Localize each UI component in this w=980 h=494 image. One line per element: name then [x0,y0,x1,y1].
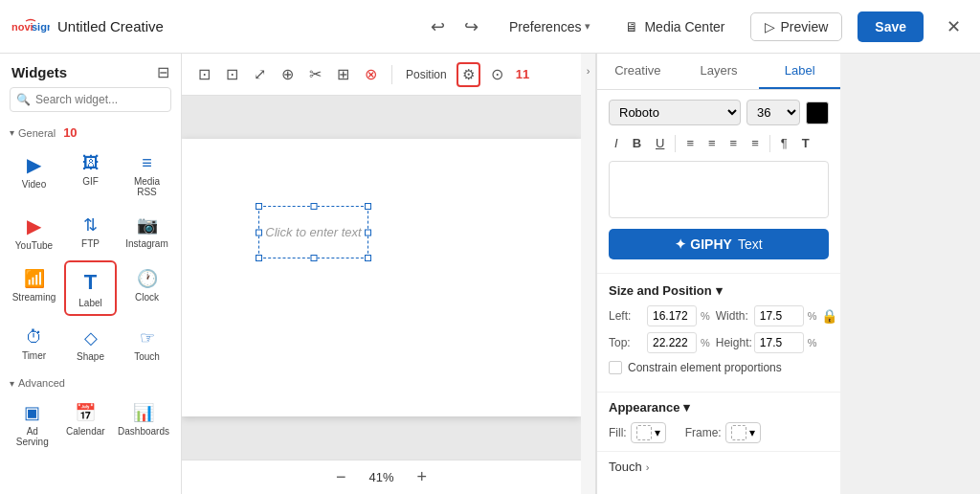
widget-timer[interactable]: ⏱ Timer [8,320,60,368]
right-panel: Creative Layers Label Roboto 36 [596,54,840,494]
tab-label[interactable]: Label [759,54,840,89]
widget-clock[interactable]: 🕐 Clock [121,260,173,316]
preferences-button[interactable]: Preferences ▾ [500,13,600,40]
text-style-button[interactable]: T [796,133,815,153]
align-center-text-button[interactable]: ≡ [702,133,722,153]
general-badge: 10 [63,125,77,140]
handle-mid-left[interactable] [256,229,262,236]
delete-button[interactable]: ⊗ [360,61,382,87]
share-button[interactable]: ⊙ [486,61,508,87]
position-grid: Left: % Width: % 🔒 Top: [609,305,829,353]
undo-button[interactable]: ↩ [425,12,451,41]
appearance-chevron-icon: ▾ [683,400,690,415]
handle-bot-mid[interactable] [310,255,317,261]
lock-icon[interactable]: 🔒 [821,308,837,324]
fill-swatch[interactable]: ▾ [631,422,666,443]
font-select[interactable]: Roboto [609,100,741,125]
zoom-in-button[interactable]: + [410,465,435,489]
left-pct: % [701,310,710,322]
ftp-label: FTP [81,238,100,249]
touch-row[interactable]: Touch › [609,460,829,474]
size-position-chevron-icon: ▾ [716,283,723,298]
widget-calendar[interactable]: 📅 Calendar [61,394,111,453]
widget-video[interactable]: ▶ Video [8,146,60,203]
widget-shape[interactable]: ◇ Shape [64,320,117,368]
preview-button[interactable]: ▷ Preview [750,12,843,41]
widget-touch[interactable]: ☞ Touch [121,320,173,368]
expand-button[interactable]: ⤢ [249,61,271,87]
paragraph-button[interactable]: ¶ [775,133,793,153]
text-content-area[interactable] [609,161,829,218]
close-button[interactable]: ✕ [939,12,969,41]
left-input[interactable] [647,305,697,326]
logo-area: novi sign Untitled Creative [11,13,164,40]
widgets-sidebar: Widgets ⊟ 🔍 ▾ General 10 ▶ Video 🖼 GIF ≡… [0,54,182,494]
dashboards-label: Dashboards [118,426,169,437]
italic-button[interactable]: I [609,133,624,153]
font-color-picker[interactable] [806,101,829,124]
calendar-icon: 📅 [75,402,96,423]
position-label: Position [402,68,451,81]
tab-layers[interactable]: Layers [679,54,760,89]
widget-media-rss[interactable]: ≡ Media RSS [121,146,173,203]
preview-label: Preview [781,19,829,34]
main-area: Widgets ⊟ 🔍 ▾ General 10 ▶ Video 🖼 GIF ≡… [0,54,980,494]
sidebar-collapse-button[interactable]: ⊟ [157,63,169,81]
widget-streaming[interactable]: 📶 Streaming [8,260,60,316]
align-right-button[interactable]: ⊡ [221,61,243,87]
frame-swatch[interactable]: ▾ [725,422,761,443]
widget-youtube[interactable]: ▶ YouTube [8,207,60,257]
advanced-caret-icon: ▾ [10,378,14,389]
canvas-slide[interactable]: Click to enter text [182,139,581,416]
justify-text-button[interactable]: ≡ [746,133,765,153]
cut-button[interactable]: ✂ [304,61,326,87]
bold-button[interactable]: B [627,133,647,153]
constrain-checkbox[interactable] [609,361,622,374]
width-input[interactable] [754,305,804,326]
text-widget[interactable]: Click to enter text [258,206,368,258]
play-icon: ▷ [765,19,775,34]
widget-instagram[interactable]: 📷 Instagram [121,207,173,257]
constrain-label: Constrain element proportions [628,361,782,374]
undo-redo-group: ↩ ↪ [425,12,484,41]
handle-bot-right[interactable] [365,255,371,261]
preferences-chevron-icon: ▾ [585,20,590,33]
ftp-icon: ⇅ [83,214,98,236]
zoom-out-button[interactable]: − [328,465,354,489]
tab-creative[interactable]: Creative [597,54,679,89]
canvas-container[interactable]: Click to enter text [182,96,581,460]
frame-field: Frame: ▾ [685,422,761,443]
widget-ftp[interactable]: ⇅ FTP [64,207,117,257]
advanced-section-label: ▾ Advanced [0,371,181,391]
redo-button[interactable]: ↪ [458,12,484,41]
handle-bot-left[interactable] [256,255,262,261]
top-input[interactable] [647,332,697,353]
media-center-button[interactable]: 🖥 Media Center [615,13,734,40]
widget-ad-serving[interactable]: ▣ Ad Serving [8,394,57,453]
panel-toggle-button[interactable]: › [581,54,596,494]
widget-dashboards[interactable]: 📊 Dashboards [114,394,173,453]
svg-text:sign: sign [32,21,50,33]
handle-top-mid[interactable] [310,203,317,210]
align-left-text-button[interactable]: ≡ [680,133,700,153]
preferences-label: Preferences [509,19,581,34]
dashboards-icon: 📊 [133,402,154,423]
widget-gif[interactable]: 🖼 GIF [64,146,117,203]
align-left-button[interactable]: ⊡ [193,61,215,87]
font-size-select[interactable]: 36 [746,100,800,125]
settings-gear-button[interactable]: ⚙ [457,62,480,87]
handle-top-left[interactable] [256,203,262,210]
widget-label[interactable]: T Label [64,260,117,316]
save-button[interactable]: Save [858,11,924,42]
general-caret-icon: ▾ [10,127,14,138]
handle-top-right[interactable] [365,203,371,210]
giphy-button[interactable]: ✦ GIPHY Text [609,229,829,259]
paste-button[interactable]: ⊞ [332,61,354,87]
gif-icon: 🖼 [82,153,100,173]
align-right-text-button[interactable]: ≡ [724,133,744,153]
underline-button[interactable]: U [650,133,670,153]
search-input[interactable] [10,87,171,112]
handle-mid-right[interactable] [365,229,371,236]
copy-button[interactable]: ⊕ [277,61,299,87]
height-input[interactable] [754,332,804,353]
